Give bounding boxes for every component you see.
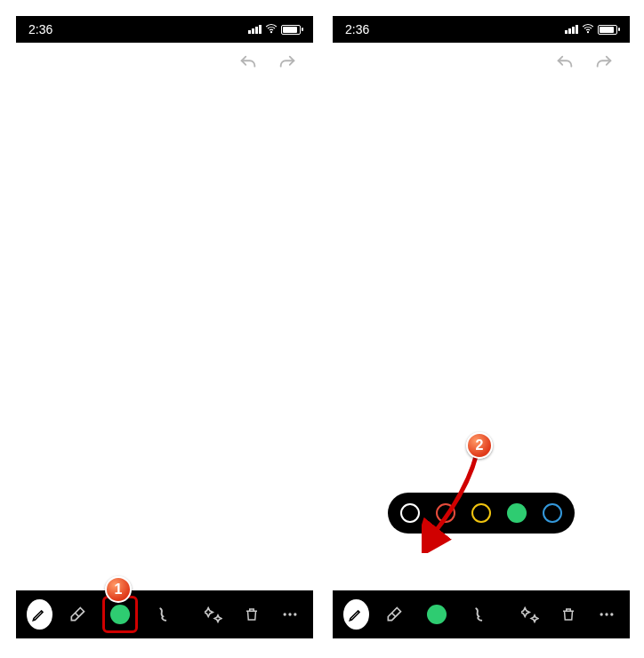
wifi-icon bbox=[582, 22, 594, 37]
signal-icon bbox=[248, 25, 262, 34]
bottom-toolbar bbox=[333, 590, 630, 638]
color-swatch-yellow[interactable] bbox=[471, 503, 491, 523]
active-color-dot bbox=[110, 605, 130, 624]
wifi-icon bbox=[265, 22, 278, 37]
app-topbar bbox=[16, 43, 313, 87]
drawing-canvas[interactable]: 2 bbox=[333, 87, 630, 590]
status-indicators bbox=[248, 22, 301, 37]
status-time: 2:36 bbox=[28, 22, 52, 36]
signal-icon bbox=[565, 25, 578, 34]
redo-icon[interactable] bbox=[594, 53, 614, 76]
effects-tool[interactable] bbox=[518, 599, 543, 630]
more-tool[interactable] bbox=[593, 599, 619, 630]
svg-point-7 bbox=[610, 613, 613, 615]
bottom-toolbar bbox=[16, 590, 313, 638]
line-style-tool[interactable] bbox=[150, 599, 176, 630]
drawing-canvas[interactable] bbox=[16, 87, 313, 590]
step-badge-1: 1 bbox=[105, 576, 132, 603]
color-swatch-blue[interactable] bbox=[543, 503, 562, 523]
svg-point-5 bbox=[600, 613, 602, 615]
svg-point-2 bbox=[288, 613, 291, 615]
undo-icon[interactable] bbox=[555, 53, 575, 76]
color-swatch-red[interactable] bbox=[436, 503, 455, 523]
color-swatch-green[interactable] bbox=[507, 503, 527, 523]
battery-icon bbox=[281, 25, 301, 35]
status-indicators bbox=[565, 22, 617, 37]
svg-point-6 bbox=[605, 613, 608, 615]
active-color-dot bbox=[427, 605, 447, 624]
battery-icon bbox=[598, 25, 617, 35]
eraser-tool[interactable] bbox=[382, 599, 407, 630]
undo-icon[interactable] bbox=[238, 53, 258, 76]
status-time: 2:36 bbox=[345, 22, 369, 36]
eraser-tool[interactable] bbox=[65, 599, 91, 630]
line-style-tool[interactable] bbox=[467, 599, 493, 630]
svg-point-4 bbox=[587, 31, 588, 32]
pen-tool[interactable] bbox=[27, 599, 52, 630]
delete-tool[interactable] bbox=[239, 599, 265, 630]
phone-right: 2:36 2 bbox=[333, 16, 630, 638]
phone-left: 2:36 1 bbox=[16, 16, 313, 638]
step-badge-2: 2 bbox=[466, 432, 493, 459]
delete-tool[interactable] bbox=[555, 599, 581, 630]
status-bar: 2:36 bbox=[333, 16, 630, 43]
svg-point-1 bbox=[283, 613, 286, 615]
svg-point-3 bbox=[294, 613, 296, 615]
status-bar: 2:36 bbox=[16, 16, 313, 43]
svg-point-0 bbox=[270, 31, 271, 32]
redo-icon[interactable] bbox=[278, 53, 297, 76]
color-tool[interactable] bbox=[420, 596, 455, 633]
color-picker-popup bbox=[388, 493, 575, 534]
app-topbar bbox=[333, 43, 630, 87]
pen-tool[interactable] bbox=[343, 599, 369, 630]
color-swatch-black[interactable] bbox=[400, 503, 420, 523]
more-tool[interactable] bbox=[277, 599, 302, 630]
effects-tool[interactable] bbox=[201, 599, 227, 630]
